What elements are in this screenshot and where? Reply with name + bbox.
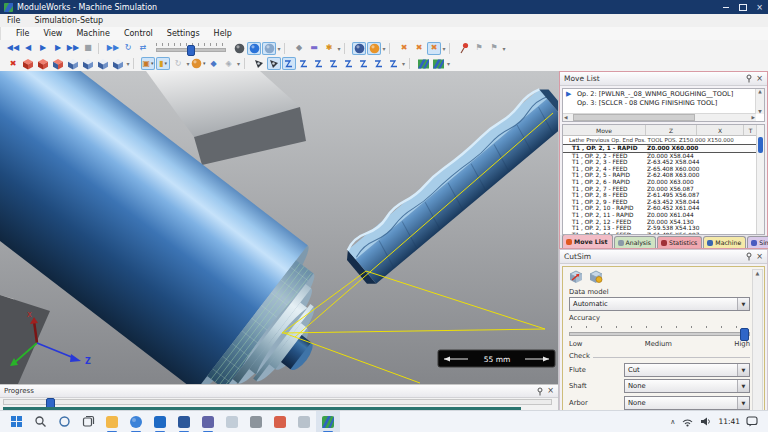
column-header-move[interactable]: Move [563,125,646,135]
move-row[interactable]: T1 , OP. 2, 7 - FEEDZ0.000 X56.087 [563,186,757,193]
hidden-icons-chevron[interactable]: ∧ [670,418,675,426]
turbo-mode-button[interactable] [262,42,276,55]
tree-horizontal-scrollbar[interactable]: ◀▶ [563,113,756,121]
search-button[interactable] [28,411,52,432]
move-row[interactable]: T1 , OP. 2, 13 - FEEDZ-59.538 X54.130 [563,225,757,232]
collision-marker-button[interactable]: ✖ [6,57,20,70]
operation-node-2[interactable]: Op. 2: [PWLNR_-_08_WNMG_ROUGHING__TOOL] [563,89,764,98]
rewind-to-start-button[interactable]: ◀◀ [6,42,20,55]
column-header-z[interactable]: Z [646,125,697,135]
target-part-button[interactable]: ◈ [222,57,236,70]
move-row[interactable]: T1 , OP. 2, 14 - FEEDZ-61.495 X56.087 [563,232,757,235]
toolpath-style-2-button[interactable] [297,57,311,70]
tab-statistics[interactable]: Statistics [657,236,702,248]
move-row[interactable]: T1 , OP. 2, 8 - FEEDZ-61.495 X56.087 [563,192,757,199]
loop-button[interactable]: ↻ [121,42,135,55]
edge-app[interactable] [124,411,148,432]
toolpath-style-7-button[interactable] [372,57,386,70]
view-cube-6-button[interactable] [96,57,110,70]
teams-app[interactable] [196,411,220,432]
collision-check-1-button[interactable]: ✖ [397,42,411,55]
menu-machine[interactable]: Machine [69,27,117,40]
cortana-button[interactable] [52,411,76,432]
machine-housing-button[interactable]: ▣▾ [141,57,155,70]
move-list-header[interactable]: Move List × [560,72,767,86]
close-panel-icon[interactable]: × [756,253,763,261]
menu-file[interactable]: File [9,27,36,40]
flag-1-button[interactable]: ⚑ [472,42,486,55]
clock-icon[interactable] [367,42,381,55]
outlook-app[interactable] [148,411,172,432]
operation-node-3[interactable]: Op. 3: [SCLCR - 08 CNMG FINISHING TOOL] [563,98,764,107]
app-menu-file[interactable]: File [0,14,27,27]
stock-refresh-icon[interactable] [589,270,604,284]
step-forward-button[interactable]: ▶ [51,42,65,55]
app-light[interactable] [220,411,244,432]
menu-settings[interactable]: Settings [160,27,207,40]
move-row-current[interactable]: T1 , OP. 2, 1 - RAPIDZ0.000 X60.000 [563,144,757,153]
move-table-scrollbar[interactable] [756,125,764,234]
move-row[interactable]: T1 , OP. 2, 5 - RAPIDZ-62.408 X63.000 [563,172,757,179]
3d-viewport[interactable]: X Z 55 mm [0,71,558,384]
progress-header[interactable]: Progress × [0,385,558,398]
lathe-tool-2-button[interactable] [267,57,281,70]
tab-move-list[interactable]: Move List [562,234,613,248]
view-cube-1-button[interactable] [21,57,35,70]
menu-help[interactable]: Help [207,27,239,40]
operation-tree[interactable]: ▶ Op. 2: [PWLNR_-_08_WNMG_ROUGHING__TOOL… [562,88,765,122]
stock-display-button[interactable]: ▾ [191,57,206,70]
fixture-display-button[interactable]: ◆ [207,57,221,70]
clock[interactable]: 11:41 [718,417,740,426]
fast-forward-button[interactable]: ▶▶ [106,42,120,55]
play-button[interactable]: ▶ [36,42,50,55]
app-menu-simulation-setup[interactable]: Simulation-Setup [27,14,110,27]
volume-icon[interactable] [700,416,712,427]
collision-check-2-button[interactable]: ✖ [412,42,426,55]
flag-2-button[interactable]: ⚑ [487,42,501,55]
tool-display-button[interactable]: ▮▾ [156,57,170,70]
pushpin-button[interactable] [457,42,471,55]
skip-to-end-button[interactable]: ▶▶ [66,42,80,55]
move-row[interactable]: T1 , OP. 2, 2 - FEEDZ0.000 X58.044 [563,153,757,160]
pin-icon[interactable] [745,74,753,83]
close-panel-icon[interactable]: × [547,387,554,395]
simulation-mode-button[interactable] [247,42,261,55]
tab-machine[interactable]: Machine [703,236,746,248]
scrollbar-thumb[interactable] [758,137,763,153]
menu-control[interactable]: Control [117,27,160,40]
stock-view-2-button[interactable] [432,57,446,70]
toolpath-style-6-button[interactable] [357,57,371,70]
probe-icon[interactable]: ◆ [292,42,306,55]
cutsim-header[interactable]: CutSim × [560,250,767,264]
chevron-down-icon[interactable]: ▼ [737,397,749,409]
view-cube-5-button[interactable] [81,57,95,70]
view-cube-4-button[interactable] [66,57,80,70]
gauge-icon[interactable] [232,42,246,55]
network-icon[interactable] [681,416,694,427]
close-panel-icon[interactable]: × [756,75,763,83]
chevron-down-icon[interactable]: ▼ [737,364,749,376]
options-gear-button[interactable]: ✱ [322,42,336,55]
start-button[interactable] [4,411,28,432]
maximize-button[interactable] [734,0,751,14]
pin-icon[interactable] [745,252,753,261]
app-faint[interactable] [292,411,316,432]
close-button[interactable]: × [751,0,768,14]
collision-check-3-button[interactable]: ✖ [427,42,441,55]
menu-view[interactable]: View [36,27,69,40]
lathe-tool-1-button[interactable] [252,57,266,70]
pin-icon[interactable] [536,387,544,396]
data-model-select[interactable]: Automatic ▼ [569,297,750,311]
move-row[interactable]: T1 , OP. 2, 6 - RAPIDZ0.000 X63.000 [563,179,757,186]
cutsim-scrollbar[interactable]: ▲▼ [752,269,763,426]
toolpath-style-5-button[interactable] [342,57,356,70]
move-row[interactable]: T1 , OP. 2, 11 - RAPIDZ0.000 X61.044 [563,212,757,219]
stop-button[interactable]: ■ [81,42,95,55]
stock-view-1-button[interactable] [417,57,431,70]
step-back-button[interactable]: ◀ [21,42,35,55]
office-app[interactable] [172,411,196,432]
move-row[interactable]: T1 , OP. 2, 3 - FEEDZ-63.452 X58.044 [563,159,757,166]
chevron-down-icon[interactable]: ▼ [737,298,749,310]
move-row[interactable]: T1 , OP. 2, 10 - RAPIDZ-60.452 X61.044 [563,205,757,212]
arbor-select[interactable]: None▼ [624,396,750,410]
